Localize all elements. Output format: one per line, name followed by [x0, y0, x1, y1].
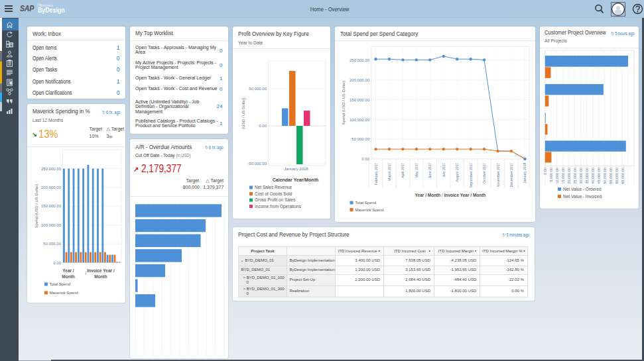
svg-text:100,000.00: 100,000.00 [349, 118, 369, 122]
svg-text:50,000.00: 50,000.00 [603, 168, 607, 183]
svg-text:200,000.00: 200,000.00 [41, 185, 62, 189]
svg-text:December 2017: December 2017 [509, 162, 513, 187]
svg-text:45,000.00: 45,000.00 [597, 168, 601, 183]
svg-text:35,000.00: 35,000.00 [585, 168, 589, 183]
svg-text:250,000.00: 250,000.00 [349, 58, 369, 62]
svg-text:March 2017: March 2017 [387, 162, 391, 181]
svg-text:Net Sales Revenue: Net Sales Revenue [255, 185, 292, 189]
svg-text:5,000.00: 5,000.00 [549, 168, 553, 181]
svg-text:November 2017: November 2017 [495, 162, 499, 187]
svg-text:October 2017: October 2017 [482, 162, 486, 183]
svg-text:0.00: 0.00 [543, 168, 547, 175]
svg-text:55,000.00: 55,000.00 [609, 168, 613, 183]
svg-text:Cost of Goods Sold: Cost of Goods Sold [255, 191, 292, 196]
svg-text:65,000.00: 65,000.00 [621, 168, 625, 183]
svg-text:January 2018: January 2018 [523, 162, 527, 183]
svg-text:250,000.00: 250,000.00 [41, 166, 62, 170]
svg-text:Spend (USD / US Dollar): Spend (USD / US Dollar) [342, 81, 346, 125]
svg-text:January 2018: January 2018 [284, 167, 308, 171]
svg-text:200,000.00: 200,000.00 [349, 78, 369, 82]
svg-text:Total Spend: Total Spend [355, 201, 376, 205]
svg-text:50,000.00: 50,000.00 [352, 137, 369, 141]
svg-text:July 2017: July 2017 [441, 162, 445, 177]
svg-text:/: / [85, 271, 86, 276]
svg-text:Gross Profit on Sales: Gross Profit on Sales [255, 197, 296, 202]
svg-text:Spend (USD / US Dollar): Spend (USD / US Dollar) [34, 183, 38, 227]
svg-text:February 2017: February 2017 [373, 162, 377, 185]
svg-text:August 2017: August 2017 [455, 162, 459, 181]
svg-text:Month: Month [94, 274, 107, 278]
svg-text:May 2017: May 2017 [414, 162, 418, 178]
svg-text:150,000.00: 150,000.00 [349, 98, 369, 102]
svg-text:April 2017: April 2017 [401, 162, 405, 178]
svg-text:Month: Month [62, 274, 75, 278]
svg-text:40,000.00: 40,000.00 [591, 168, 595, 183]
svg-text:25,000.00: 25,000.00 [573, 168, 577, 183]
svg-text:20,000.00: 20,000.00 [567, 168, 571, 183]
svg-text:Net Value - Ordered: Net Value - Ordered [563, 187, 602, 191]
svg-text:0.00: 0.00 [259, 124, 267, 128]
svg-text:0.00: 0.00 [361, 157, 369, 161]
svg-text:Invoice Year /: Invoice Year / [87, 268, 115, 273]
svg-text:50,000.00: 50,000.00 [249, 87, 267, 91]
svg-text:Total Spend: Total Spend [50, 282, 71, 286]
svg-text:Maverick Spend: Maverick Spend [355, 208, 383, 212]
svg-text:10,000.00: 10,000.00 [555, 168, 559, 183]
svg-text:Maverick Spend: Maverick Spend [50, 291, 78, 295]
svg-text:Calendar Year/Month: Calendar Year/Month [273, 178, 319, 182]
svg-text:Year / Month / Invoice Year /: Year / Month / Invoice Year / Month [415, 193, 485, 197]
svg-text:30,000.00: 30,000.00 [579, 168, 583, 183]
svg-text:150,000.00: 150,000.00 [41, 204, 62, 208]
svg-text:September 2017: September 2017 [468, 162, 472, 187]
svg-text:Net Value - Invoiced: Net Value - Invoiced [563, 194, 602, 199]
svg-text:50,000.00: 50,000.00 [43, 242, 61, 246]
svg-text:(USD / US Dollar): (USD / US Dollar) [241, 97, 245, 129]
svg-text:60,000.00: 60,000.00 [615, 168, 619, 183]
svg-text:June 2017: June 2017 [428, 162, 432, 178]
svg-text:0.00: 0.00 [53, 260, 61, 264]
svg-text:Income from Operations: Income from Operations [255, 204, 301, 209]
svg-text:-50,000.00: -50,000.00 [247, 162, 267, 166]
svg-text:100,000.00: 100,000.00 [41, 223, 62, 227]
svg-text:15,000.00: 15,000.00 [561, 168, 565, 183]
svg-text:Year /: Year / [62, 268, 74, 273]
